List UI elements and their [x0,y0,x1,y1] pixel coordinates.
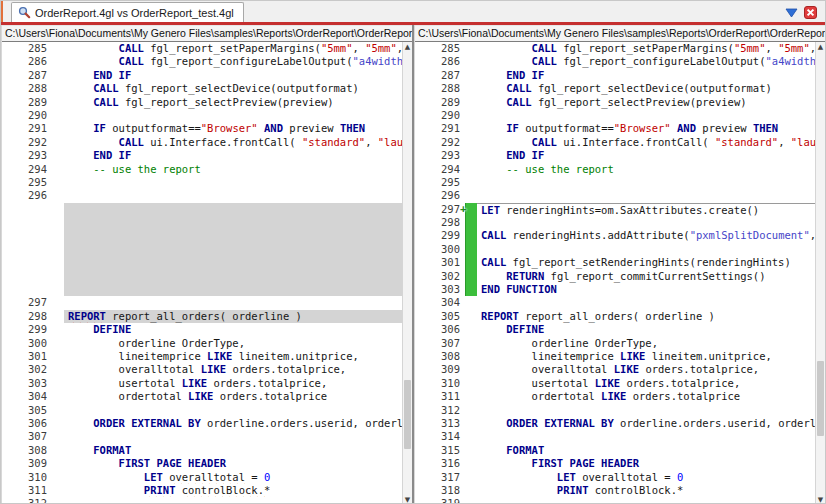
line-number: 293 [415,149,465,162]
line-number: 297 [2,296,52,309]
code-line: 318 PRINT controlBlock.* [415,484,815,497]
diff-marker-gutter [465,229,477,242]
line-number: 291 [2,122,52,135]
tab-orderreport-diff[interactable]: OrderReport.4gl vs OrderReport_test.4gl [11,2,244,22]
scroll-up-icon[interactable]: ▲ [403,42,412,52]
left-pane: C:\Users\Fiona\Documents\My Genero Files… [1,25,412,504]
diff-panes: C:\Users\Fiona\Documents\My Genero Files… [1,25,825,504]
code-line: 306 ORDER EXTERNAL BY orderline.orders.u… [2,417,402,430]
diff-marker-gutter [52,42,64,55]
line-number: 306 [2,417,52,430]
line-number: 308 [2,444,52,457]
line-number: 296 [2,189,52,202]
code-text: ordertotal LIKE orders.totalprice [477,390,815,403]
diff-marker-gutter [465,337,477,350]
code-text: REPORT report_all_orders( orderline ) [64,310,402,323]
line-number: 306 [415,323,465,336]
diff-marker-gutter [465,471,477,484]
code-text: usertotal LIKE orders.totalprice, [64,377,402,390]
code-text: overalltotal LIKE orders.totalprice, [477,363,815,376]
diff-marker-gutter [52,55,64,68]
code-line: 295 [415,176,815,189]
diff-marker-gutter [52,497,64,504]
diff-viewer-window: OrderReport.4gl vs OrderReport_test.4gl … [0,0,826,504]
code-line: 307 [2,430,402,443]
code-text [64,430,402,443]
left-vertical-scrollbar[interactable]: ▲ ▼ [402,42,412,504]
diff-marker-gutter [52,390,64,403]
diff-marker-gutter [465,136,477,149]
line-number: 318 [415,484,465,497]
code-text: lineitemprice LIKE lineitem.unitprice, [64,350,402,363]
line-number: 292 [2,136,52,149]
line-number [2,203,52,297]
diff-marker-gutter [465,444,477,457]
left-scrollbar-thumb[interactable] [404,380,411,449]
line-number: 305 [2,404,52,417]
code-text: lineitemprice LIKE lineitem.unitprice, [477,350,815,363]
code-text: END IF [477,149,815,162]
right-vertical-scrollbar[interactable]: ▲ ▼ [815,42,825,504]
code-text [477,216,815,229]
line-number: 319 [415,497,465,504]
right-code-area[interactable]: 285 CALL fgl_report_setPaperMargins("5mm… [415,42,825,504]
line-number: 294 [415,163,465,176]
code-text: FORMAT [477,444,815,457]
code-text: PRINT controlBlock.* [64,484,402,497]
code-text: ORDER EXTERNAL BY orderline.orders.useri… [64,417,402,430]
diff-marker-gutter [52,163,64,176]
diff-marker-gutter [465,417,477,430]
diff-marker-gutter [465,430,477,443]
code-text: LET overalltotal = 0 [477,471,815,484]
scroll-down-icon[interactable]: ▼ [403,495,412,504]
code-text: CALL fgl_report_setPaperMargins("5mm", "… [64,42,402,55]
line-number: 290 [2,109,52,122]
code-text: DEFINE [477,323,815,336]
code-line: 319 [415,497,815,504]
line-number: 292 [415,136,465,149]
diff-marker-gutter [465,149,477,162]
line-number: 297 [415,203,465,216]
scroll-up-icon[interactable]: ▲ [816,42,825,52]
code-line: 299 DEFINE [2,323,402,336]
code-text: DEFINE [64,323,402,336]
code-line: 303END FUNCTION [415,283,815,296]
diff-marker-gutter [465,457,477,470]
diff-marker-gutter [465,69,477,82]
line-number: 301 [2,350,52,363]
code-line: 305REPORT report_all_orders( orderline ) [415,310,815,323]
line-number: 299 [2,323,52,336]
code-text [64,404,402,417]
line-number: 299 [415,229,465,242]
scroll-down-icon[interactable]: ▼ [816,495,825,504]
line-number: 312 [2,497,52,504]
diff-marker-gutter [465,296,477,309]
code-line: 312 [415,404,815,417]
close-tab-button[interactable] [804,6,817,19]
diff-marker-gutter [465,189,477,202]
tab-bar: OrderReport.4gl vs OrderReport_test.4gl [1,1,825,22]
diff-marker-gutter [465,283,477,296]
left-code-area[interactable]: 285 CALL fgl_report_setPaperMargins("5mm… [2,42,412,504]
code-line: 288 CALL fgl_report_selectDevice(outputf… [2,82,402,95]
code-line: 286 CALL fgl_report_configureLabelOutput… [2,55,402,68]
code-line: 300 orderline OrderType, [2,337,402,350]
line-number: 303 [415,283,465,296]
code-text: -- use the report [64,163,402,176]
code-text [64,189,402,202]
diff-marker-gutter [52,310,64,323]
code-line: 294 -- use the report [2,163,402,176]
line-number: 317 [415,471,465,484]
diff-marker-gutter [52,377,64,390]
code-text [477,404,815,417]
collapse-triangle-icon[interactable] [785,6,798,19]
line-number: 295 [2,176,52,189]
code-line: 296 [415,189,815,202]
line-number: 311 [2,484,52,497]
diff-marker-gutter [465,122,477,135]
right-scrollbar-thumb[interactable] [817,361,824,435]
line-number: 301 [415,256,465,269]
line-number: 313 [415,417,465,430]
code-line: 315 FORMAT [415,444,815,457]
code-text [64,203,402,297]
